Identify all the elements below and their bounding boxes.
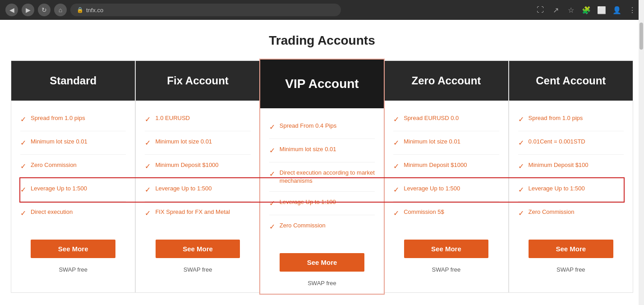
check-icon: ✓: [393, 139, 399, 147]
check-icon: ✓: [20, 139, 26, 147]
card-body-cent: ✓Spread from 1.0 pips✓0.01Cent = 0.001ST…: [509, 101, 633, 232]
feature-text: Leverage Up to 1:500: [155, 185, 212, 193]
check-icon: ✓: [393, 209, 399, 217]
menu-icon[interactable]: ⋮: [626, 4, 639, 16]
feature-item: ✓Direct execution: [20, 202, 126, 225]
feature-text: Minimum lot size 0.01: [280, 145, 336, 153]
url-text: tnfx.co: [86, 7, 103, 14]
feature-text: 1.0 EURUSD: [155, 114, 190, 122]
feature-text: Minimum Deposit $1000: [155, 161, 218, 169]
check-icon: ✓: [20, 209, 26, 217]
back-button[interactable]: ◀: [5, 4, 18, 16]
see-more-button-standard[interactable]: See More: [31, 240, 115, 258]
check-icon: ✓: [145, 115, 151, 124]
check-icon: ✓: [393, 185, 399, 194]
feature-item: ✓Spread EURUSD 0.0: [393, 108, 499, 131]
feature-item: ✓Leverage Up to 1:100: [269, 192, 375, 215]
see-more-section-fix: See More: [136, 232, 259, 262]
scrollbar[interactable]: [639, 0, 644, 305]
account-card-fix: Fix Account✓1.0 EURUSD✓Minimum lot size …: [135, 60, 260, 293]
check-icon: ✓: [393, 115, 399, 124]
feature-text: Minimum lot size 0.01: [155, 138, 212, 146]
cards-wrapper: Standard✓Spread from 1.0 pips✓Minimum lo…: [9, 60, 635, 293]
feature-item: ✓Zero Commission: [20, 155, 126, 178]
feature-text: Leverage Up to 1:500: [529, 185, 585, 193]
check-icon: ✓: [518, 185, 524, 194]
feature-item: ✓Direct execution according to market me…: [269, 162, 375, 192]
address-bar[interactable]: 🔒 tnfx.co: [70, 4, 341, 16]
swap-free-vip: SWAP free: [260, 275, 384, 294]
account-card-standard: Standard✓Spread from 1.0 pips✓Minimum lo…: [11, 60, 135, 293]
check-icon: ✓: [269, 123, 275, 131]
see-more-section-standard: See More: [11, 232, 135, 262]
screen-icon[interactable]: ⛶: [534, 4, 547, 16]
share-icon[interactable]: ↗: [549, 4, 562, 16]
feature-item: ✓Leverage Up to 1:500: [518, 178, 624, 202]
feature-item: ✓Leverage Up to 1:500: [145, 178, 250, 202]
feature-item: ✓Spread From 0.4 Pips: [269, 116, 375, 139]
feature-item: ✓Leverage Up to 1:500: [393, 178, 499, 202]
see-more-button-fix[interactable]: See More: [156, 240, 240, 258]
feature-text: Spread From 0.4 Pips: [280, 122, 336, 130]
check-icon: ✓: [393, 162, 399, 171]
check-icon: ✓: [145, 209, 151, 217]
puzzle-icon[interactable]: 🧩: [580, 4, 593, 16]
see-more-button-vip[interactable]: See More: [280, 253, 364, 272]
feature-text: 0.01Cent = 0.001STD: [529, 138, 585, 146]
feature-text: Leverage Up to 1:500: [404, 185, 460, 193]
feature-item: ✓Commission 5$: [393, 202, 499, 225]
account-icon[interactable]: 👤: [611, 4, 623, 16]
check-icon: ✓: [20, 185, 26, 194]
account-card-zero: Zero Account✓Spread EURUSD 0.0✓Minimum l…: [384, 60, 508, 293]
see-more-button-zero[interactable]: See More: [404, 240, 489, 258]
check-icon: ✓: [145, 185, 151, 194]
forward-button[interactable]: ▶: [22, 4, 34, 16]
scrollbar-thumb: [639, 23, 643, 50]
feature-text: Zero Commission: [529, 208, 575, 216]
feature-item: ✓Spread from 1.0 pips: [20, 108, 126, 131]
feature-item: ✓Minimum lot size 0.01: [20, 131, 126, 155]
card-header-standard: Standard: [11, 61, 135, 101]
page-content: Trading Accounts Standard✓Spread from 1.…: [0, 20, 644, 302]
see-more-section-vip: See More: [260, 246, 384, 275]
account-card-vip: VIP Account✓Spread From 0.4 Pips✓Minimum…: [259, 59, 385, 295]
feature-item: ✓Minimum Deposit $100: [518, 155, 624, 178]
swap-free-fix: SWAP free: [136, 262, 259, 280]
home-button[interactable]: ⌂: [54, 4, 67, 16]
check-icon: ✓: [518, 209, 524, 217]
card-header-vip: VIP Account: [260, 60, 384, 108]
check-icon: ✓: [518, 139, 524, 147]
feature-text: Leverage Up to 1:500: [31, 185, 87, 193]
refresh-button[interactable]: ↻: [38, 4, 51, 16]
feature-item: ✓Minimum Deposit $1000: [145, 155, 250, 178]
feature-item: ✓FIX Spread for FX and Metal: [145, 202, 250, 225]
card-header-cent: Cent Account: [509, 61, 633, 101]
feature-text: Commission 5$: [404, 208, 444, 216]
feature-item: ✓Leverage Up to 1:500: [20, 178, 126, 202]
feature-text: Zero Commission: [280, 222, 326, 230]
feature-text: Spread EURUSD 0.0: [404, 114, 459, 122]
feature-item: ✓Spread from 1.0 pips: [518, 108, 624, 131]
check-icon: ✓: [269, 146, 275, 155]
cards-container: Standard✓Spread from 1.0 pips✓Minimum lo…: [11, 60, 633, 293]
feature-item: ✓1.0 EURUSD: [145, 108, 250, 131]
star-icon[interactable]: ☆: [565, 4, 577, 16]
feature-text: Minimum Deposit $1000: [404, 161, 467, 169]
card-body-vip: ✓Spread From 0.4 Pips✓Minimum lot size 0…: [260, 108, 384, 246]
card-body-standard: ✓Spread from 1.0 pips✓Minimum lot size 0…: [11, 101, 135, 232]
layout-icon[interactable]: ⬜: [595, 4, 608, 16]
check-icon: ✓: [20, 115, 26, 124]
feature-text: Spread from 1.0 pips: [31, 114, 85, 122]
see-more-button-cent[interactable]: See More: [529, 240, 613, 258]
see-more-section-zero: See More: [384, 232, 508, 262]
swap-free-zero: SWAP free: [384, 262, 508, 280]
card-body-fix: ✓1.0 EURUSD✓Minimum lot size 0.01✓Minimu…: [136, 101, 259, 232]
check-icon: ✓: [269, 222, 275, 231]
feature-text: Minimum lot size 0.01: [31, 138, 87, 146]
check-icon: ✓: [20, 162, 26, 171]
check-icon: ✓: [518, 115, 524, 124]
feature-text: FIX Spread for FX and Metal: [155, 208, 230, 216]
feature-item: ✓Minimum Deposit $1000: [393, 155, 499, 178]
check-icon: ✓: [145, 162, 151, 171]
browser-toolbar: ◀ ▶ ↻ ⌂ 🔒 tnfx.co ⛶ ↗ ☆ 🧩 ⬜ 👤 ⋮: [0, 0, 644, 20]
